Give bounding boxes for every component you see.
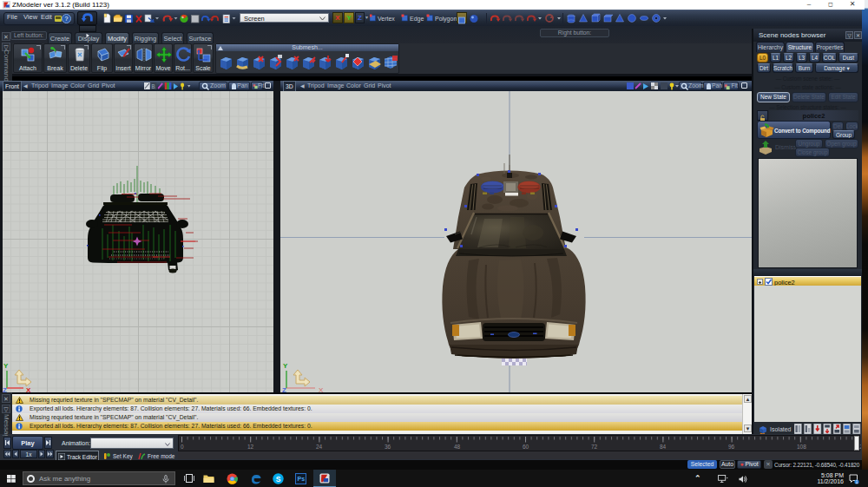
svg-text:Edge: Edge — [410, 16, 424, 23]
svg-text:Vertex: Vertex — [378, 16, 395, 22]
svg-text:0: 0 — [181, 444, 184, 450]
svg-text:12: 12 — [247, 444, 254, 450]
svg-text:Polygon: Polygon — [435, 16, 457, 23]
svg-text:72: 72 — [591, 444, 598, 450]
svg-text:108: 108 — [797, 444, 806, 450]
svg-text:84: 84 — [660, 444, 667, 450]
svg-text:36: 36 — [385, 444, 391, 450]
svg-text:1: 1 — [856, 479, 858, 484]
svg-text:?: ? — [65, 16, 69, 22]
svg-text:48: 48 — [454, 444, 461, 450]
svg-text:Y: Y — [283, 362, 288, 370]
svg-text:S: S — [276, 475, 281, 484]
svg-text:B: B — [151, 83, 155, 90]
svg-text:24: 24 — [316, 444, 323, 450]
svg-text:X: X — [319, 386, 324, 392]
svg-text:X: X — [26, 386, 31, 392]
svg-text:Y: Y — [3, 362, 9, 370]
svg-text:96: 96 — [728, 444, 735, 450]
svg-text:60: 60 — [523, 444, 529, 450]
svg-text:Z: Z — [282, 386, 286, 392]
svg-text:Z: Z — [3, 386, 7, 392]
